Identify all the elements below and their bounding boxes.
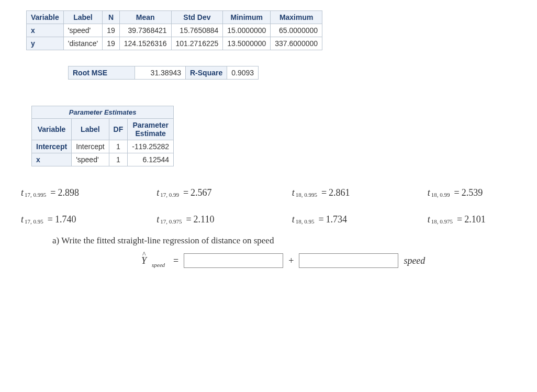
pe-col-df: DF <box>109 119 128 140</box>
col-variable: Variable <box>27 11 64 24</box>
std-cell: 15.7650884 <box>171 24 223 37</box>
mean-cell: 124.1526316 <box>119 37 171 50</box>
t-val: 2.567 <box>191 187 212 198</box>
question-a-text: a) Write the fitted straight-line regres… <box>52 236 516 246</box>
min-cell: 15.0000000 <box>223 24 271 37</box>
pe-est: -119.25282 <box>128 140 174 153</box>
root-mse-value: 31.38943 <box>135 66 186 80</box>
descriptive-stats-table: Variable Label N Mean Std Dev Minimum Ma… <box>26 10 322 50</box>
pe-df: 1 <box>109 153 128 166</box>
regression-equation: ^Yspeed = + speed <box>141 253 516 268</box>
t-val: 2.101 <box>464 214 486 225</box>
rsq-value: 0.9093 <box>227 66 259 80</box>
t-value: t17, 0.995=2.898 <box>21 187 109 198</box>
t-sub: 18, 0.995 <box>296 192 317 198</box>
y-hat-symbol: ^Y <box>141 255 147 266</box>
t-value: t18, 0.995=2.861 <box>292 187 381 198</box>
speed-label: speed <box>404 255 425 266</box>
t-val: 2.898 <box>58 187 79 198</box>
col-mean: Mean <box>119 11 171 24</box>
t-value: t17, 0.95=1.740 <box>21 214 109 225</box>
col-min: Minimum <box>223 11 271 24</box>
table-row: x 'speed' 1 6.12544 <box>32 153 174 166</box>
model-fit-table: Root MSE 31.38943 R-Square 0.9093 <box>68 66 259 80</box>
table-row: x 'speed' 19 39.7368421 15.7650884 15.00… <box>27 24 322 37</box>
pe-col-estimate: ParameterEstimate <box>128 119 174 140</box>
t-value: t17, 0.975=2.110 <box>156 214 245 225</box>
param-est-caption: Parameter Estimates <box>31 106 174 118</box>
y-hat-sub: speed <box>152 262 165 268</box>
col-max: Maximum <box>271 11 322 24</box>
t-sub: 17, 0.95 <box>25 218 43 225</box>
min-cell: 13.5000000 <box>223 37 271 50</box>
t-sub: 18, 0.99 <box>431 192 450 198</box>
label-cell: 'distance' <box>63 37 103 50</box>
t-sub: 17, 0.995 <box>25 192 46 198</box>
n-cell: 19 <box>103 24 120 37</box>
var-cell: x <box>27 24 64 37</box>
pe-label: Intercept <box>72 140 109 153</box>
t-value: t17, 0.99=2.567 <box>156 187 245 198</box>
t-value: t18, 0.95=1.734 <box>292 214 381 225</box>
equals-sign: = <box>173 255 178 266</box>
pe-var: Intercept <box>32 140 72 153</box>
t-val: 2.110 <box>194 214 215 225</box>
pe-df: 1 <box>109 140 128 153</box>
t-val: 1.734 <box>326 214 348 225</box>
col-std: Std Dev <box>171 11 223 24</box>
t-val: 2.861 <box>329 187 350 198</box>
t-sub: 17, 0.975 <box>160 218 182 225</box>
max-cell: 65.0000000 <box>271 24 322 37</box>
mean-cell: 39.7368421 <box>119 24 171 37</box>
t-sub: 17, 0.99 <box>160 192 179 198</box>
max-cell: 337.6000000 <box>271 37 322 50</box>
table-row: Intercept Intercept 1 -119.25282 <box>32 140 174 153</box>
n-cell: 19 <box>103 37 120 50</box>
rsq-label: R-Square <box>186 66 227 80</box>
pe-col-label: Label <box>72 119 109 140</box>
root-mse-label: Root MSE <box>69 66 135 80</box>
t-val: 2.539 <box>462 187 483 198</box>
t-val: 1.740 <box>55 214 76 225</box>
intercept-input[interactable] <box>184 253 283 268</box>
table-row: y 'distance' 19 124.1526316 101.2716225 … <box>27 37 322 50</box>
t-value: t18, 0.975=2.101 <box>428 214 516 225</box>
pe-est: 6.12544 <box>128 153 174 166</box>
t-sub: 18, 0.975 <box>431 218 453 225</box>
pe-var: x <box>32 153 72 166</box>
col-label: Label <box>63 11 103 24</box>
var-cell: y <box>27 37 64 50</box>
pe-label: 'speed' <box>72 153 109 166</box>
t-value: t18, 0.99=2.539 <box>428 187 516 198</box>
parameter-estimates-table: Variable Label DF ParameterEstimate Inte… <box>31 118 174 166</box>
col-n: N <box>103 11 120 24</box>
std-cell: 101.2716225 <box>171 37 223 50</box>
pe-col-variable: Variable <box>32 119 72 140</box>
t-values-grid: t17, 0.995=2.898 t17, 0.99=2.567 t18, 0.… <box>21 187 516 225</box>
plus-sign: + <box>288 255 294 266</box>
label-cell: 'speed' <box>63 24 103 37</box>
t-sub: 18, 0.95 <box>296 218 315 225</box>
slope-input[interactable] <box>299 253 398 268</box>
